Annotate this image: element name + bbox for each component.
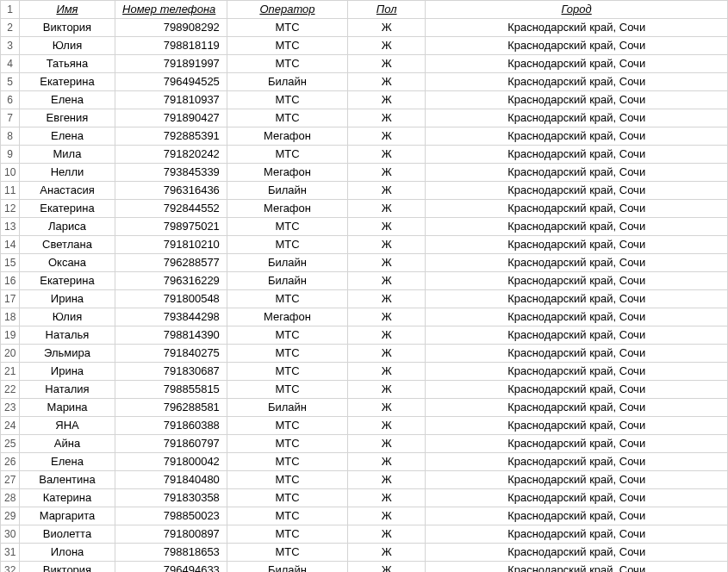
- cell-city[interactable]: Краснодарский край, Сочи: [426, 345, 728, 363]
- cell-phone[interactable]: 796316229: [115, 272, 227, 290]
- row-number[interactable]: 32: [1, 562, 20, 573]
- row-number[interactable]: 3: [1, 37, 20, 55]
- cell-name[interactable]: ЯНА: [20, 417, 115, 435]
- cell-name[interactable]: Елена: [20, 453, 115, 471]
- cell-name[interactable]: Елена: [20, 127, 115, 146]
- cell-phone[interactable]: 793844298: [115, 308, 227, 326]
- cell-phone[interactable]: 791860797: [115, 435, 227, 453]
- cell-name[interactable]: Екатерина: [20, 73, 115, 91]
- cell-phone[interactable]: 798814390: [115, 326, 227, 345]
- cell-operator[interactable]: Мегафон: [227, 164, 347, 182]
- cell-phone[interactable]: 798975021: [115, 218, 227, 236]
- cell-operator[interactable]: МТС: [227, 525, 347, 544]
- cell-sex[interactable]: Ж: [348, 37, 426, 55]
- row-number[interactable]: 10: [1, 164, 20, 182]
- cell-phone[interactable]: 798818119: [115, 37, 227, 55]
- cell-operator[interactable]: МТС: [227, 471, 347, 489]
- cell-name[interactable]: Виолетта: [20, 525, 115, 544]
- row-number[interactable]: 12: [1, 200, 20, 218]
- cell-city[interactable]: Краснодарский край, Сочи: [426, 272, 728, 290]
- cell-city[interactable]: Краснодарский край, Сочи: [426, 182, 728, 200]
- row-number[interactable]: 13: [1, 218, 20, 236]
- cell-phone[interactable]: 798850023: [115, 507, 227, 525]
- cell-city[interactable]: Краснодарский край, Сочи: [426, 109, 728, 127]
- cell-city[interactable]: Краснодарский край, Сочи: [426, 55, 728, 73]
- cell-phone[interactable]: 791860388: [115, 417, 227, 435]
- cell-sex[interactable]: Ж: [348, 146, 426, 164]
- cell-operator[interactable]: МТС: [227, 146, 347, 164]
- cell-phone[interactable]: 792885391: [115, 127, 227, 146]
- cell-sex[interactable]: Ж: [348, 127, 426, 146]
- cell-name[interactable]: Валентина: [20, 471, 115, 489]
- cell-phone[interactable]: 793845339: [115, 164, 227, 182]
- cell-operator[interactable]: МТС: [227, 381, 347, 399]
- cell-sex[interactable]: Ж: [348, 363, 426, 381]
- cell-operator[interactable]: Билайн: [227, 182, 347, 200]
- cell-sex[interactable]: Ж: [348, 453, 426, 471]
- row-number[interactable]: 27: [1, 471, 20, 489]
- cell-sex[interactable]: Ж: [348, 236, 426, 254]
- cell-operator[interactable]: Билайн: [227, 272, 347, 290]
- header-operator[interactable]: Оператор: [227, 1, 347, 19]
- cell-sex[interactable]: Ж: [348, 55, 426, 73]
- cell-operator[interactable]: МТС: [227, 290, 347, 308]
- cell-sex[interactable]: Ж: [348, 507, 426, 525]
- cell-phone[interactable]: 791800897: [115, 525, 227, 544]
- cell-name[interactable]: Ирина: [20, 290, 115, 308]
- row-number[interactable]: 30: [1, 525, 20, 544]
- row-number[interactable]: 9: [1, 146, 20, 164]
- cell-phone[interactable]: 791891997: [115, 55, 227, 73]
- cell-phone[interactable]: 791840480: [115, 471, 227, 489]
- cell-name[interactable]: Лариса: [20, 218, 115, 236]
- cell-operator[interactable]: МТС: [227, 55, 347, 73]
- cell-phone[interactable]: 791830358: [115, 489, 227, 507]
- cell-sex[interactable]: Ж: [348, 109, 426, 127]
- row-number[interactable]: 5: [1, 73, 20, 91]
- cell-name[interactable]: Марина: [20, 399, 115, 417]
- cell-operator[interactable]: Билайн: [227, 562, 347, 573]
- cell-operator[interactable]: МТС: [227, 453, 347, 471]
- cell-name[interactable]: Екатерина: [20, 272, 115, 290]
- cell-name[interactable]: Айна: [20, 435, 115, 453]
- cell-phone[interactable]: 796288581: [115, 399, 227, 417]
- cell-phone[interactable]: 791830687: [115, 363, 227, 381]
- cell-city[interactable]: Краснодарский край, Сочи: [426, 326, 728, 345]
- cell-city[interactable]: Краснодарский край, Сочи: [426, 308, 728, 326]
- cell-city[interactable]: Краснодарский край, Сочи: [426, 562, 728, 573]
- row-number[interactable]: 14: [1, 236, 20, 254]
- header-sex[interactable]: Пол: [348, 1, 426, 19]
- header-city[interactable]: Город: [426, 1, 728, 19]
- cell-sex[interactable]: Ж: [348, 435, 426, 453]
- cell-sex[interactable]: Ж: [348, 254, 426, 272]
- cell-city[interactable]: Краснодарский край, Сочи: [426, 146, 728, 164]
- cell-operator[interactable]: МТС: [227, 544, 347, 562]
- row-number[interactable]: 25: [1, 435, 20, 453]
- cell-name[interactable]: Оксана: [20, 254, 115, 272]
- cell-name[interactable]: Евгения: [20, 109, 115, 127]
- cell-phone[interactable]: 798855815: [115, 381, 227, 399]
- cell-name[interactable]: Юлия: [20, 308, 115, 326]
- cell-operator[interactable]: МТС: [227, 19, 347, 37]
- header-phone[interactable]: Номер телефона: [115, 1, 227, 19]
- cell-sex[interactable]: Ж: [348, 417, 426, 435]
- cell-phone[interactable]: 791820242: [115, 146, 227, 164]
- cell-name[interactable]: Илона: [20, 544, 115, 562]
- cell-city[interactable]: Краснодарский край, Сочи: [426, 381, 728, 399]
- cell-phone[interactable]: 796494525: [115, 73, 227, 91]
- cell-name[interactable]: Катерина: [20, 489, 115, 507]
- row-number-header[interactable]: 1: [1, 1, 20, 19]
- cell-phone[interactable]: 796288577: [115, 254, 227, 272]
- cell-sex[interactable]: Ж: [348, 345, 426, 363]
- cell-city[interactable]: Краснодарский край, Сочи: [426, 37, 728, 55]
- cell-name[interactable]: Светлана: [20, 236, 115, 254]
- cell-city[interactable]: Краснодарский край, Сочи: [426, 525, 728, 544]
- cell-city[interactable]: Краснодарский край, Сочи: [426, 489, 728, 507]
- cell-city[interactable]: Краснодарский край, Сочи: [426, 19, 728, 37]
- row-number[interactable]: 7: [1, 109, 20, 127]
- cell-sex[interactable]: Ж: [348, 544, 426, 562]
- cell-city[interactable]: Краснодарский край, Сочи: [426, 91, 728, 109]
- cell-operator[interactable]: МТС: [227, 236, 347, 254]
- cell-name[interactable]: Виктория: [20, 19, 115, 37]
- cell-sex[interactable]: Ж: [348, 200, 426, 218]
- cell-sex[interactable]: Ж: [348, 272, 426, 290]
